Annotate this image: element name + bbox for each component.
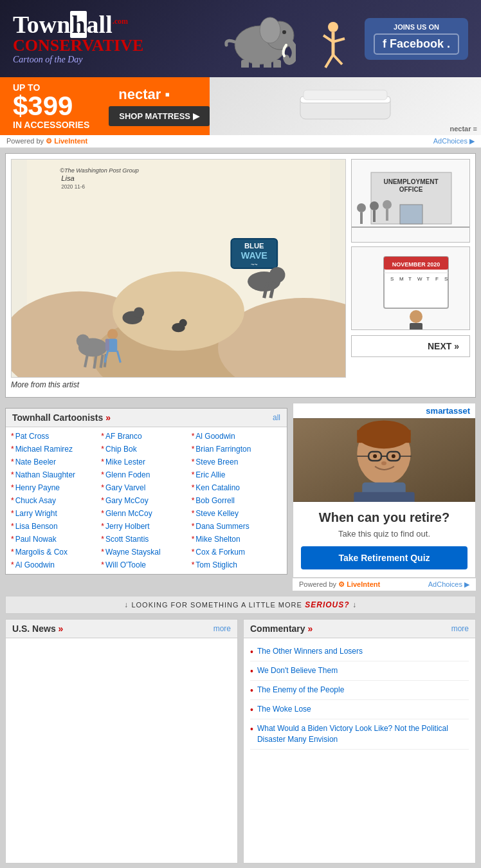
more-from-artist-text[interactable]: More from this artist xyxy=(11,378,470,392)
svg-rect-73 xyxy=(410,323,422,330)
cartoonist-item[interactable]: AF Branco xyxy=(101,430,191,442)
cartoonist-item[interactable]: Nate Beeler xyxy=(11,456,101,468)
commentary-bullet: • xyxy=(250,685,253,696)
cartoonist-item[interactable]: Ken Catalino xyxy=(192,482,282,494)
retire-title: When can you retire? xyxy=(301,510,467,525)
cartoonist-item[interactable]: Chip Bok xyxy=(101,443,191,455)
cartoonist-item[interactable]: Nathan Slaughter xyxy=(11,469,101,481)
cartoonist-item[interactable]: Larry Wright xyxy=(11,508,101,519)
take-retirement-quiz-button[interactable]: Take Retirement Quiz xyxy=(301,546,467,569)
svg-point-72 xyxy=(410,310,422,323)
cartoonist-item[interactable]: Al Goodwin xyxy=(192,430,282,442)
cartoonist-item[interactable]: Eric Allie xyxy=(192,469,282,481)
cartoonist-item[interactable]: Jerry Holbert xyxy=(101,521,191,532)
cartoonist-item[interactable]: Al Goodwin xyxy=(11,559,101,571)
svg-rect-16 xyxy=(304,90,387,100)
cartoonist-item[interactable]: Tom Stiglich xyxy=(192,559,282,571)
svg-text:UNEMPLOYMENT: UNEMPLOYMENT xyxy=(384,178,439,185)
adchoices-link[interactable]: AdChoices ▶ xyxy=(433,137,475,145)
commentary-item[interactable]: •The Enemy of the People xyxy=(250,681,469,700)
cartoonist-item[interactable]: Bob Gorrell xyxy=(192,495,282,506)
commentary-link[interactable]: The Enemy of the People xyxy=(257,685,344,696)
elephant-icon xyxy=(212,10,296,68)
svg-rect-88 xyxy=(354,492,414,502)
cartoonist-item[interactable]: Cox & Forkum xyxy=(192,546,282,558)
us-news-panel: U.S. News » more xyxy=(5,619,238,863)
cartoon-svg: ©The Washington Post Group Lisa 2020 11-… xyxy=(12,160,345,377)
cartoonist-item[interactable]: Gary Varvel xyxy=(101,482,191,494)
commentary-link[interactable]: We Don't Believe Them xyxy=(257,665,338,676)
cartoonist-item[interactable]: Gary McCoy xyxy=(101,495,191,506)
facebook-join-panel[interactable]: JOINS US ON f Facebook . xyxy=(365,18,468,60)
commentary-link[interactable]: What Would a Biden Victory Look Like? No… xyxy=(257,723,469,745)
svg-point-85 xyxy=(392,454,395,458)
cartoonist-item[interactable]: Lisa Benson xyxy=(11,521,101,532)
cartoonist-item[interactable]: Chuck Asay xyxy=(11,495,101,506)
commentary-item[interactable]: •We Don't Believe Them xyxy=(250,661,469,681)
svg-rect-5 xyxy=(252,61,260,68)
cartoonist-item[interactable]: Margolis & Cox xyxy=(11,546,101,558)
cartoonist-item[interactable]: Brian Farrington xyxy=(192,443,282,455)
svg-rect-45 xyxy=(105,339,109,351)
nectar-brand-label: nectar ≡ xyxy=(450,125,478,133)
commentary-bullet: • xyxy=(250,724,253,734)
cartoonist-item[interactable]: Wayne Stayskal xyxy=(101,546,191,558)
commentary-more-link[interactable]: more xyxy=(451,624,469,633)
cartoonist-item[interactable]: Dana Summers xyxy=(192,521,282,532)
cartoonist-item[interactable]: Henry Payne xyxy=(11,482,101,494)
sa-liveintent: ⚙ LiveIntent xyxy=(338,580,380,588)
cartoonist-item[interactable]: Glenn Foden xyxy=(101,469,191,481)
facebook-button[interactable]: f Facebook . xyxy=(374,33,459,55)
commentary-bullet: • xyxy=(250,705,253,715)
next-button[interactable]: NEXT » xyxy=(351,335,470,357)
svg-text:~~: ~~ xyxy=(251,261,258,268)
svg-text:BLUE: BLUE xyxy=(244,242,264,250)
cartoonist-item[interactable]: Steve Kelley xyxy=(192,508,282,519)
cartoonist-item[interactable]: Glenn McCoy xyxy=(101,508,191,519)
us-news-more-link[interactable]: more xyxy=(213,624,231,633)
commentary-item[interactable]: •The Woke Lose xyxy=(250,700,469,719)
h-letter: h xyxy=(70,11,86,38)
svg-point-43 xyxy=(107,329,118,339)
cartoonist-item[interactable]: Steve Breen xyxy=(192,456,282,468)
svg-point-84 xyxy=(373,454,377,458)
conservative-logo: CONSERVATIVE xyxy=(13,37,143,55)
sa-powered-text: Powered by ⚙ LiveIntent xyxy=(299,580,380,589)
cartoonist-item[interactable]: Mike Lester xyxy=(101,456,191,468)
cartoonist-item[interactable]: Will O'Toole xyxy=(101,559,191,571)
cartoonist-item[interactable]: Pat Cross xyxy=(11,430,101,442)
thumbnail-calendar-svg: NOVEMBER 2020 S M T W T F S xyxy=(352,247,470,330)
shop-mattress-button[interactable]: SHOP MATTRESS ▶ xyxy=(109,106,209,126)
cartoonist-item[interactable]: Scott Stantis xyxy=(101,533,191,545)
ad-price-text: $399 xyxy=(13,93,89,120)
arrow-down-right: ↓ xyxy=(352,600,357,609)
join-us-text: JOINS US ON xyxy=(394,23,439,31)
svg-point-38 xyxy=(77,334,89,347)
cartoonist-item[interactable]: Mike Shelton xyxy=(192,533,282,545)
thumbnail-unemployment-svg: UNEMPLOYMENT OFFICE xyxy=(352,160,470,243)
commentary-item[interactable]: •What Would a Biden Victory Look Like? N… xyxy=(250,719,469,750)
cartoonist-item[interactable]: Paul Nowak xyxy=(11,533,101,545)
cartoonists-title-text: Townhall Cartoonists xyxy=(12,412,103,423)
commentary-link[interactable]: The Woke Lose xyxy=(257,704,311,715)
cartoonists-col-1: Pat CrossMichael RamirezNate BeelerNatha… xyxy=(11,430,101,571)
thumbnail-unemployment[interactable]: UNEMPLOYMENT OFFICE xyxy=(351,159,470,243)
svg-point-86 xyxy=(381,461,386,465)
svg-text:NOVEMBER 2020: NOVEMBER 2020 xyxy=(392,261,440,268)
svg-text:F: F xyxy=(435,276,439,282)
commentary-item[interactable]: •The Other Winners and Losers xyxy=(250,642,469,661)
commentary-content: •The Other Winners and Losers•We Don't B… xyxy=(244,638,475,753)
sa-adchoices[interactable]: AdChoices ▶ xyxy=(428,580,469,589)
ad-banner[interactable]: UP TO $399 IN ACCESSORIES nectar ▪ SHOP … xyxy=(0,77,481,135)
commentary-bullet: • xyxy=(250,666,253,676)
svg-text:T: T xyxy=(426,276,430,282)
cartoonist-item[interactable]: Michael Ramirez xyxy=(11,443,101,455)
svg-text:Lisa: Lisa xyxy=(61,174,75,182)
townhall-logo[interactable]: Townhall.com xyxy=(13,12,143,37)
powered-by-text: Powered by ⚙ LiveIntent xyxy=(6,137,87,145)
all-cartoonists-link[interactable]: all xyxy=(273,413,280,422)
commentary-link[interactable]: The Other Winners and Losers xyxy=(257,646,363,657)
svg-point-30 xyxy=(269,267,286,283)
svg-text:©The Washington Post Group: ©The Washington Post Group xyxy=(60,167,139,174)
thumbnail-calendar[interactable]: NOVEMBER 2020 S M T W T F S xyxy=(351,246,470,330)
